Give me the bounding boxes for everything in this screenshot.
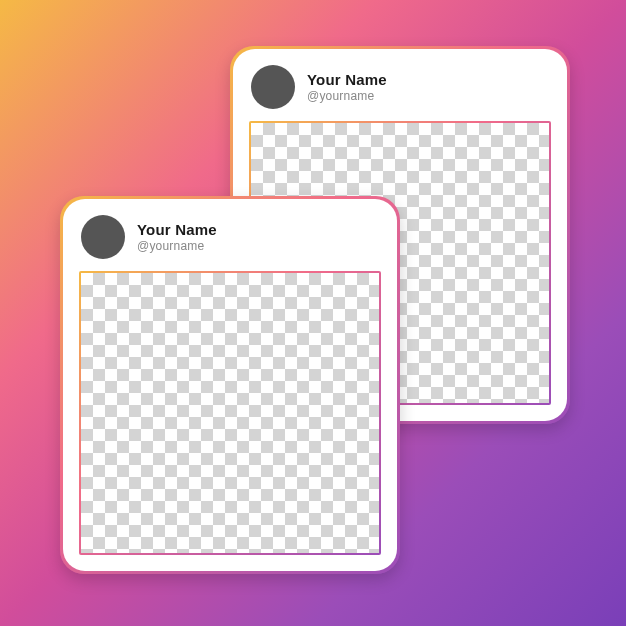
card-inner: Your Name @yourname [63,199,397,571]
image-placeholder [81,273,379,553]
card-header: Your Name @yourname [63,199,397,271]
name-block: Your Name @yourname [137,221,217,253]
image-frame [79,271,381,555]
display-name: Your Name [307,71,387,88]
display-name: Your Name [137,221,217,238]
avatar-icon [81,215,125,259]
username-handle: @yourname [137,239,217,253]
name-block: Your Name @yourname [307,71,387,103]
card-header: Your Name @yourname [233,49,567,121]
avatar-icon [251,65,295,109]
social-post-card-front: Your Name @yourname [60,196,400,574]
username-handle: @yourname [307,89,387,103]
